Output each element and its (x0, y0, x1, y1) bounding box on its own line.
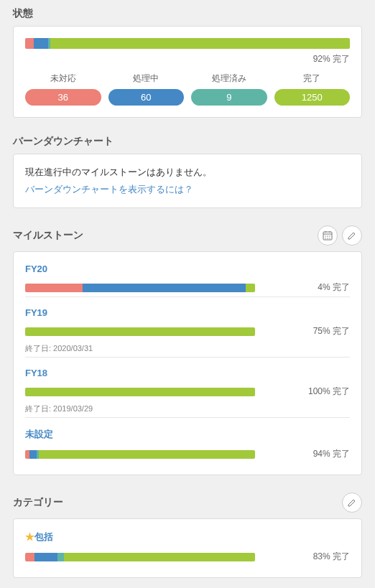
item-name-link[interactable]: FY19 (25, 307, 47, 318)
bar-segment (25, 284, 83, 292)
bar-segment (25, 388, 255, 396)
burndown-card: 現在進行中のマイルストーンはありません。 バーンダウンチャートを表示するには？ (13, 154, 362, 208)
svg-point-4 (325, 235, 325, 236)
item-percent: 100% 完了 (308, 386, 350, 398)
list-item: ★包括83% 完了 (25, 531, 350, 566)
list-item: 未設定94% 完了 (25, 417, 350, 463)
status-progress-bar (25, 38, 350, 49)
item-name-link[interactable]: ★包括 (25, 531, 53, 543)
bar-segment (25, 553, 34, 561)
status-pill[interactable]: 1250 (274, 89, 351, 106)
milestones-title: マイルストーン (13, 229, 83, 242)
status-column: 完了1250 (274, 73, 351, 106)
list-item: FY1975% 完了終了日: 2020/03/31 (25, 297, 350, 357)
milestones-section: マイルストーン FY204% 完了FY1975% 完了終了日: 2020/03/… (0, 218, 375, 475)
status-title: 状態 (13, 7, 33, 20)
status-section: 状態 92% 完了 未対応36処理中60処理済み9完了1250 (0, 0, 375, 118)
svg-point-6 (329, 235, 330, 236)
svg-point-8 (327, 238, 328, 238)
categories-section: カテゴリー ★包括83% 完了 (0, 485, 375, 578)
burndown-section: バーンダウンチャート 現在進行中のマイルストーンはありません。 バーンダウンチャ… (0, 128, 375, 208)
list-item: FY204% 完了 (25, 263, 350, 297)
item-progress-row: 75% 完了 (25, 325, 350, 337)
item-percent: 4% 完了 (318, 281, 350, 294)
categories-card: ★包括83% 完了 (13, 518, 362, 578)
status-column-label: 未対応 (25, 73, 101, 85)
status-bar-segment (50, 38, 350, 49)
edit-icon[interactable] (342, 493, 362, 513)
item-progress-bar (25, 327, 255, 336)
item-percent: 83% 完了 (313, 551, 350, 563)
item-progress-bar (25, 553, 255, 561)
burndown-title: バーンダウンチャート (13, 135, 114, 148)
svg-point-7 (325, 238, 325, 238)
status-columns: 未対応36処理中60処理済み9完了1250 (25, 73, 350, 106)
item-name-link[interactable]: FY20 (25, 263, 47, 274)
bar-segment (29, 450, 37, 459)
status-bar-segment (34, 38, 48, 49)
status-column-label: 完了 (274, 73, 351, 85)
item-name-link[interactable]: FY18 (25, 368, 47, 378)
status-column-label: 処理済み (191, 73, 267, 85)
bar-segment (57, 553, 65, 561)
bar-segment (34, 553, 57, 561)
status-pill[interactable]: 9 (191, 89, 267, 106)
item-progress-row: 94% 完了 (25, 448, 350, 460)
status-column: 処理中60 (108, 73, 185, 106)
bar-segment (39, 450, 255, 459)
item-progress-bar (25, 388, 255, 396)
item-progress-row: 4% 完了 (25, 281, 350, 294)
edit-icon[interactable] (342, 225, 362, 246)
bar-segment (246, 284, 255, 292)
burndown-message: 現在進行中のマイルストーンはありません。 (25, 166, 350, 179)
star-icon: ★ (25, 531, 34, 542)
calendar-icon[interactable] (318, 225, 338, 246)
item-percent: 75% 完了 (313, 325, 350, 337)
item-progress-bar (25, 284, 255, 292)
item-end-date: 終了日: 2020/03/31 (25, 343, 350, 354)
status-percent-line: 92% 完了 (25, 53, 350, 65)
status-pill[interactable]: 60 (108, 89, 185, 106)
svg-point-5 (327, 235, 328, 236)
item-progress-row: 83% 完了 (25, 551, 350, 563)
bar-segment (64, 553, 255, 561)
item-end-date: 終了日: 2019/03/29 (25, 403, 350, 414)
svg-point-9 (329, 238, 330, 238)
item-progress-bar (25, 450, 255, 459)
status-bar-segment (25, 38, 34, 49)
status-column-label: 処理中 (108, 73, 185, 85)
item-name-link[interactable]: 未設定 (25, 428, 53, 441)
bar-segment (83, 284, 246, 292)
status-column: 未対応36 (25, 73, 101, 106)
bar-segment (25, 327, 255, 336)
list-item: FY18100% 完了終了日: 2019/03/29 (25, 357, 350, 417)
item-percent: 94% 完了 (313, 448, 350, 460)
status-pill[interactable]: 36 (25, 89, 101, 106)
burndown-help-link[interactable]: バーンダウンチャートを表示するには？ (25, 184, 193, 195)
item-progress-row: 100% 完了 (25, 386, 350, 398)
categories-title: カテゴリー (13, 496, 63, 509)
status-column: 処理済み9 (191, 73, 267, 106)
milestones-card: FY204% 完了FY1975% 完了終了日: 2020/03/31FY1810… (13, 251, 362, 475)
status-card: 92% 完了 未対応36処理中60処理済み9完了1250 (13, 26, 362, 118)
